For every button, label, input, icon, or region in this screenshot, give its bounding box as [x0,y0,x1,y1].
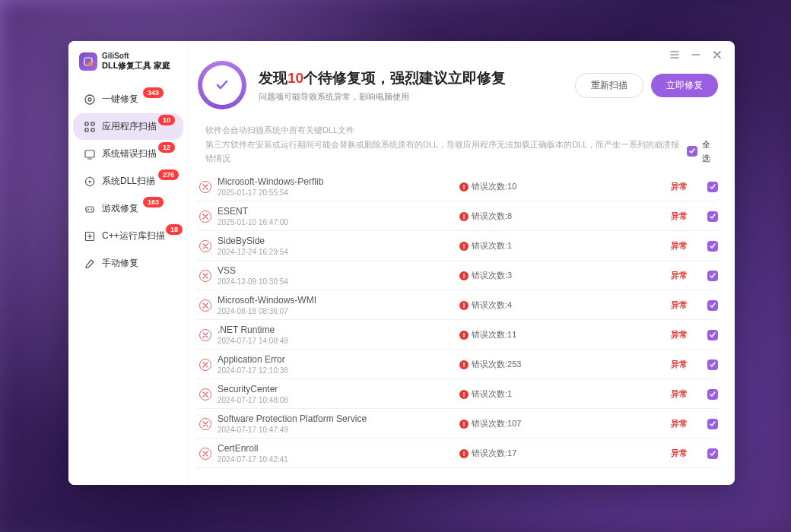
menu-icon[interactable] [669,49,680,60]
issue-status: 异常 [671,388,688,400]
sidebar-badge: 163 [143,197,164,207]
issue-checkbox[interactable] [707,211,718,222]
issue-name: Software Protection Platform Service [218,413,453,424]
issue-name: ESENT [218,206,453,217]
issue-status: 异常 [671,359,688,370]
sidebar-item-0[interactable]: 一键修复343 [73,86,183,112]
issue-checkbox[interactable] [707,300,718,311]
svg-rect-5 [91,122,94,125]
issue-error-count: !错误次数:8 [459,211,604,222]
sidebar-label: C++运行库扫描 [102,230,165,242]
brand-logo-icon [79,52,97,71]
warn-icon: ! [459,360,469,369]
app-window: GiliSoft DLL修复工具 家庭 一键修复343应用程序扫描10系统错误扫… [68,41,735,485]
desc-line-2: 第三方软件在安装或运行期间可能会替换或删除系统原有的DLL，导致应用程序无法加载… [205,138,687,166]
sidebar-item-6[interactable]: 手动修复 [73,250,183,277]
issue-status: 异常 [671,181,688,192]
rescan-button[interactable]: 重新扫描 [575,73,643,98]
sidebar-badge: 10 [158,115,175,125]
issue-status: 异常 [671,418,688,429]
issue-status: 异常 [671,270,688,281]
error-icon [199,181,211,193]
issue-checkbox[interactable] [707,389,718,400]
sidebar-item-2[interactable]: 系统错误扫描12 [73,141,183,167]
issue-name: .NET Runtime [218,325,453,335]
svg-rect-4 [85,122,88,125]
brand-name: GiliSoft [102,52,170,60]
svg-point-10 [89,180,91,182]
issue-error-count: !错误次数:1 [459,388,604,400]
issue-row[interactable]: ESENT2025-01-10 16:47:00!错误次数:8异常 [196,201,718,231]
issue-name: Application Error [218,354,453,365]
banner-heading: 发现10个待修复项，强烈建议立即修复 [259,68,506,88]
issue-error-count: !错误次数:10 [459,181,604,192]
issue-checkbox[interactable] [707,448,718,459]
issue-list: Microsoft-Windows-Perflib2025-01-17 20:5… [189,166,735,485]
error-icon [199,299,211,312]
issue-row[interactable]: Microsoft-Windows-Perflib2025-01-17 20:5… [196,172,718,201]
issue-row[interactable]: .NET Runtime2024-07-17 14:08:49!错误次数:11异… [196,320,718,350]
error-icon [199,211,211,223]
sidebar-icon-6 [84,258,96,270]
svg-rect-6 [85,128,88,131]
brand-subtitle: DLL修复工具 家庭 [102,60,170,71]
issue-row[interactable]: Microsoft-Windows-WMI2024-08-18 08:36:07… [196,290,718,320]
main-panel: 发现10个待修复项，强烈建议立即修复 问题项可能导致系统异常，影响电脑使用 重新… [189,41,735,485]
sidebar-item-4[interactable]: 游戏修复163 [73,195,183,222]
result-banner: 发现10个待修复项，强烈建议立即修复 问题项可能导致系统异常，影响电脑使用 重新… [189,41,735,123]
issue-row[interactable]: SecurityCenter2024-07-17 10:48:08!错误次数:1… [196,379,718,409]
sidebar-item-3[interactable]: 系统DLL扫描276 [73,168,183,195]
issue-name: CertEnroll [218,443,453,454]
select-all-label: 全选 [702,138,718,166]
issue-checkbox[interactable] [707,359,718,370]
close-button[interactable] [712,49,723,60]
sidebar-item-5[interactable]: C++运行库扫描18 [73,223,183,249]
titlebar [657,41,735,68]
issue-time: 2024-12-24 16:29:54 [218,248,453,256]
sidebar-badge: 276 [158,169,179,180]
error-icon [199,359,211,371]
issue-checkbox[interactable] [707,271,718,281]
issue-time: 2025-01-17 20:55:54 [218,188,453,197]
issue-status: 异常 [671,211,688,222]
warn-icon: ! [459,301,469,310]
issue-time: 2025-01-10 16:47:00 [218,218,453,226]
issue-checkbox[interactable] [707,330,718,340]
sidebar-icon-4 [84,203,96,215]
issue-time: 2024-07-17 10:48:08 [218,396,453,404]
sidebar-icon-2 [84,148,96,160]
issue-row[interactable]: SideBySide2024-12-24 16:29:54!错误次数:1异常 [196,231,718,261]
warn-icon: ! [459,212,469,221]
warn-icon: ! [459,271,469,280]
issue-checkbox[interactable] [707,182,718,192]
svg-point-13 [91,208,92,210]
sidebar-badge: 18 [166,224,183,235]
issue-time: 2024-08-18 08:36:07 [218,307,453,315]
issue-error-count: !错误次数:11 [459,329,604,340]
issue-row[interactable]: Software Protection Platform Service2024… [196,409,718,439]
issue-error-count: !错误次数:4 [459,299,604,311]
issue-status: 异常 [671,299,688,311]
issue-row[interactable]: VSS2024-12-09 10:30:54!错误次数:3异常 [196,261,718,290]
error-icon [199,388,211,401]
sidebar-icon-1 [84,121,96,133]
desc-line-1: 软件会自动扫描系统中所有关键DLL文件 [205,123,718,138]
issue-checkbox[interactable] [707,419,718,429]
svg-point-3 [88,98,91,101]
select-all[interactable]: 全选 [687,138,718,166]
warn-icon: ! [459,331,469,340]
svg-rect-11 [86,207,94,212]
issue-checkbox[interactable] [707,241,718,252]
issue-row[interactable]: Application Error2024-07-17 12:10:38!错误次… [196,350,718,379]
issue-error-count: !错误次数:3 [459,270,604,281]
warn-icon: ! [459,390,469,399]
svg-point-2 [85,95,94,104]
issue-status: 异常 [671,448,688,459]
sidebar-item-1[interactable]: 应用程序扫描10 [73,113,183,140]
sidebar-label: 手动修复 [102,257,138,270]
minimize-button[interactable] [691,49,701,60]
fix-now-button[interactable]: 立即修复 [651,74,718,97]
sidebar-label: 一键修复 [102,93,138,106]
select-all-checkbox[interactable] [687,146,697,157]
issue-row[interactable]: CertEnroll2024-07-17 10:42:41!错误次数:17异常 [196,439,718,468]
